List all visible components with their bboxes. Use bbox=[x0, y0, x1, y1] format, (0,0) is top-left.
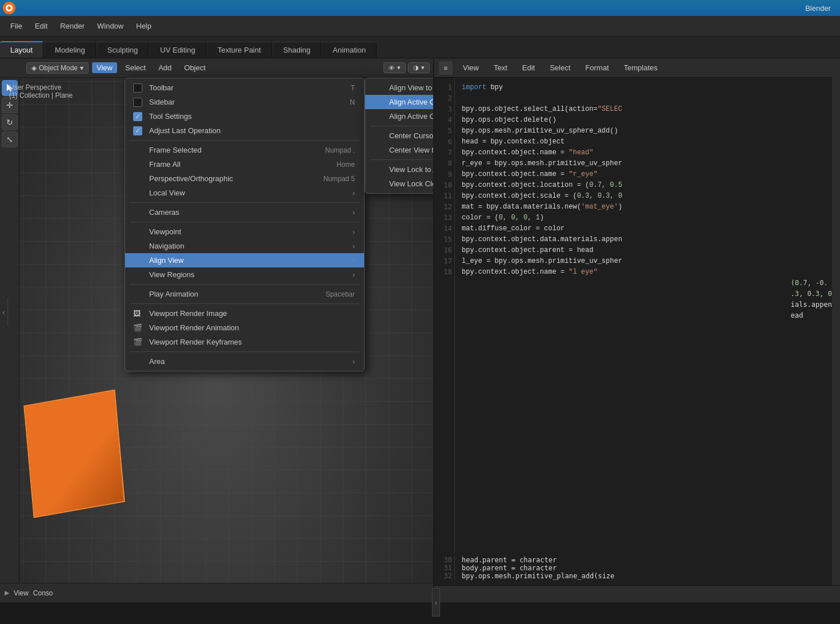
code-line-8: r_eye = bpy.ops.mesh.primitive_uv_spher bbox=[462, 158, 833, 169]
editor-select-menu[interactable]: Select bbox=[545, 62, 575, 73]
tab-modeling[interactable]: Modeling bbox=[45, 42, 96, 58]
menu-separator-3 bbox=[130, 222, 359, 222]
object-menu-button[interactable]: Object bbox=[179, 62, 210, 73]
line-num-8: 8 bbox=[437, 158, 452, 169]
line-num-9: 9 bbox=[437, 169, 452, 180]
tab-layout[interactable]: Layout bbox=[0, 41, 43, 58]
local-view-arrow: › bbox=[353, 189, 355, 197]
move-tool-button[interactable]: ✛ bbox=[2, 97, 18, 113]
menu-item-tool-settings[interactable]: ✓ Tool Settings bbox=[125, 109, 364, 123]
code-bottom-row-31: 31 body.parent = character bbox=[434, 564, 840, 572]
menu-item-frame-all[interactable]: Frame All Home bbox=[125, 157, 364, 171]
view-dropdown-menu: Toolbar T Sidebar N ✓ Tool Settings ✓ Ad… bbox=[125, 78, 365, 371]
code-text-area[interactable]: import bpy bpy.ops.object.select_all(act… bbox=[455, 78, 840, 602]
plane-object bbox=[23, 389, 125, 518]
menu-item-toolbar[interactable]: Toolbar T bbox=[125, 81, 364, 95]
menu-help[interactable]: Help bbox=[130, 19, 157, 33]
tab-sculpting[interactable]: Sculpting bbox=[97, 42, 149, 58]
sidebar-shortcut: N bbox=[350, 98, 355, 106]
menu-item-align-camera-to-view[interactable]: Align Active Camera to View Ctrl Alt Num… bbox=[365, 95, 434, 109]
shading-icon: ◑ bbox=[413, 64, 419, 71]
editor-edit-menu[interactable]: Edit bbox=[518, 62, 539, 73]
svg-point-2 bbox=[7, 6, 11, 10]
scale-tool-button[interactable]: ⤡ bbox=[2, 131, 18, 147]
menu-item-center-cursor-view[interactable]: Center Cursor and View bbox=[365, 129, 434, 143]
collapse-left-button[interactable]: ‹ bbox=[0, 298, 8, 326]
viewpoint-label: Viewpoint bbox=[149, 227, 181, 236]
view-menu-button[interactable]: View bbox=[92, 62, 117, 73]
collapse-viewport-right-button[interactable]: › bbox=[432, 588, 440, 617]
menu-item-view-regions[interactable]: View Regions › bbox=[125, 267, 364, 282]
navigation-label: Navigation bbox=[149, 242, 184, 250]
menu-item-render-animation[interactable]: 🎬 Viewport Render Animation bbox=[125, 321, 364, 335]
menu-item-view-lock-clear[interactable]: View Lock Clear bbox=[365, 177, 434, 191]
tab-uv-editing[interactable]: UV Editing bbox=[150, 42, 206, 58]
align-view-label: Align View bbox=[149, 256, 183, 265]
menu-item-view-lock-active[interactable]: View Lock to Active bbox=[365, 162, 434, 177]
viewport-bottom-view[interactable]: View bbox=[14, 589, 29, 597]
viewport-header: ◈ Object Mode ▾ View Select Add Object 👁… bbox=[0, 58, 433, 78]
rotate-tool-button[interactable]: ↻ bbox=[2, 114, 18, 130]
align-view-to-active-label: Align View to Active bbox=[389, 83, 434, 92]
viewport-bottom-console[interactable]: Conso bbox=[33, 589, 53, 597]
menu-item-local-view[interactable]: Local View › bbox=[125, 186, 364, 200]
code-line-9: bpy.context.object.name = "r_eye" bbox=[462, 169, 833, 180]
line-num-1: 1 bbox=[437, 82, 452, 93]
line-num-5: 5 bbox=[437, 126, 452, 137]
editor-view-menu[interactable]: View bbox=[458, 62, 483, 73]
line-num-3: 3 bbox=[437, 104, 452, 115]
select-menu-button[interactable]: Select bbox=[121, 62, 150, 73]
menu-item-viewpoint[interactable]: Viewpoint › bbox=[125, 225, 364, 239]
menu-item-cameras[interactable]: Cameras › bbox=[125, 205, 364, 219]
menu-item-perspective-ortho[interactable]: Perspective/Orthographic Numpad 5 bbox=[125, 171, 364, 186]
dropdown-chevron-icon: ▾ bbox=[80, 64, 83, 72]
menu-item-adjust-last-op[interactable]: ✓ Adjust Last Operation bbox=[125, 123, 364, 138]
menu-item-render-image[interactable]: 🖼 Viewport Render Image bbox=[125, 306, 364, 321]
add-menu-button[interactable]: Add bbox=[154, 62, 176, 73]
cameras-arrow: › bbox=[353, 208, 355, 217]
line-num-15: 15 bbox=[437, 234, 452, 245]
menu-item-sidebar[interactable]: Sidebar N bbox=[125, 95, 364, 109]
perspective-ortho-label: Perspective/Orthographic bbox=[149, 174, 233, 183]
left-toolbar: ✛ ↻ ⤡ bbox=[0, 78, 19, 583]
tab-shading[interactable]: Shading bbox=[273, 42, 322, 58]
tab-texture-paint[interactable]: Texture Paint bbox=[207, 42, 272, 58]
menu-render[interactable]: Render bbox=[54, 19, 90, 33]
menu-file[interactable]: File bbox=[5, 19, 28, 33]
menu-separator-6 bbox=[130, 351, 359, 352]
editor-format-menu[interactable]: Format bbox=[581, 62, 613, 73]
menu-item-align-camera-to-selected[interactable]: Align Active Camera to Selected bbox=[365, 109, 434, 123]
editor-menu-icon[interactable]: ≡ bbox=[439, 61, 453, 75]
menu-item-render-keyframes[interactable]: 🎬 Viewport Render Keyframes bbox=[125, 335, 364, 349]
menu-window[interactable]: Window bbox=[91, 19, 129, 33]
object-mode-label: Object Mode bbox=[39, 64, 78, 72]
tab-animation[interactable]: Animation bbox=[322, 42, 377, 58]
editor-text-menu[interactable]: Text bbox=[489, 62, 512, 73]
toolbar-checkbox bbox=[133, 83, 142, 93]
menu-item-navigation[interactable]: Navigation › bbox=[125, 239, 364, 253]
editor-templates-menu[interactable]: Templates bbox=[619, 62, 662, 73]
menu-item-frame-selected[interactable]: Frame Selected Numpad . bbox=[125, 143, 364, 157]
viewport-shading-dropdown[interactable]: ◑ ▾ bbox=[408, 62, 430, 73]
render-animation-icon: 🎬 bbox=[133, 323, 142, 332]
local-view-label: Local View bbox=[149, 189, 185, 197]
menu-edit[interactable]: Edit bbox=[29, 19, 53, 33]
frame-selected-label: Frame Selected bbox=[149, 146, 202, 154]
collection-label: (1) Collection | Plane bbox=[9, 91, 73, 99]
menu-item-toolbar-label: Toolbar bbox=[149, 83, 174, 92]
blender-logo-icon bbox=[2, 1, 16, 15]
menu-item-align-view[interactable]: Align View › bbox=[125, 253, 364, 267]
menu-item-area[interactable]: Area › bbox=[125, 354, 364, 369]
code-content: 1 2 3 4 5 6 7 8 9 10 11 12 13 14 15 16 1… bbox=[434, 78, 840, 602]
code-line-15: bpy.context.object.data.materials.appen bbox=[462, 234, 833, 245]
line-num-10: 10 bbox=[437, 180, 452, 191]
tool-settings-checkbox: ✓ bbox=[133, 112, 142, 121]
object-mode-dropdown[interactable]: ◈ Object Mode ▾ bbox=[26, 62, 89, 74]
scrollbar-right[interactable] bbox=[832, 58, 840, 602]
code-editor-bottom-bar bbox=[434, 585, 840, 602]
menu-item-align-view-to-active[interactable]: Align View to Active › bbox=[365, 81, 434, 95]
menu-item-play-animation[interactable]: Play Animation Spacebar bbox=[125, 287, 364, 301]
menu-item-center-view-cursor[interactable]: Center View to Cursor bbox=[365, 143, 434, 157]
viewport-overlay-dropdown[interactable]: 👁 ▾ bbox=[383, 62, 406, 73]
submenu-separator-2 bbox=[370, 159, 434, 160]
